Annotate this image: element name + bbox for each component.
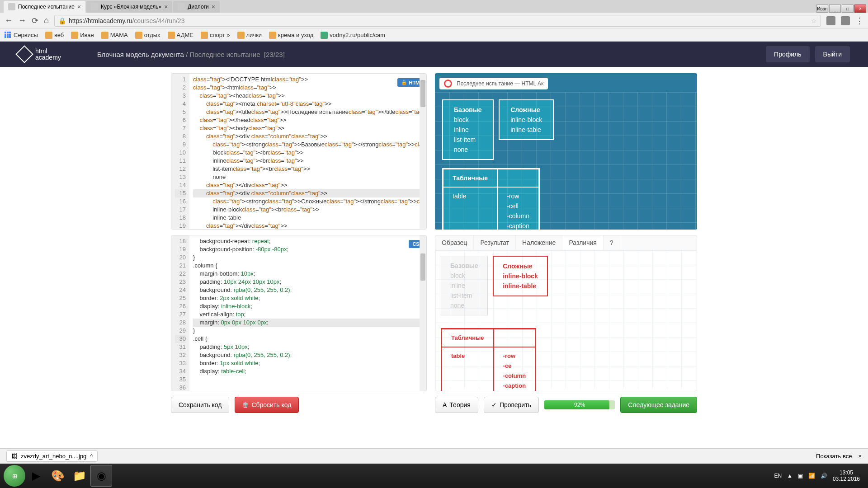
bookmark[interactable]: спорт » bbox=[201, 32, 230, 39]
close-icon[interactable]: × bbox=[858, 453, 862, 460]
preview-title: Последнее испытание — HTML Ак bbox=[457, 80, 543, 87]
trash-icon: 🗑 bbox=[242, 401, 249, 408]
html-editor[interactable]: 🔒HTML 1234567891011121314151617181920212… bbox=[171, 73, 427, 230]
bookmark-label: МАМА bbox=[110, 32, 128, 38]
home-icon[interactable]: ⌂ bbox=[44, 16, 49, 25]
bookmark-label: Сервисы bbox=[14, 32, 38, 38]
preview-table: Табличные table -row -cell -column -capt… bbox=[442, 168, 540, 230]
theory-button[interactable]: AТеория bbox=[435, 397, 478, 413]
preview-box-complex: Сложные inline-block inline-table bbox=[499, 99, 554, 140]
tab-result[interactable]: Результат bbox=[474, 235, 516, 250]
tab-title: Последнее испытание bbox=[18, 4, 75, 10]
code-content[interactable]: background-repeat: repeat; background-po… bbox=[189, 235, 426, 391]
right-button-row: AТеория ✓Проверить 92% Следующее задание bbox=[435, 397, 697, 413]
bookmark-label: лички bbox=[246, 32, 262, 38]
browser-tab-1[interactable]: Курс «Блочная модель»× bbox=[86, 1, 172, 13]
compare-body: Базовые block inline list-item none Слож… bbox=[435, 250, 697, 389]
close-icon[interactable]: × bbox=[77, 3, 81, 10]
clock[interactable]: 13:05 03.12.2016 bbox=[833, 469, 860, 483]
taskbar-paint-icon[interactable]: 🎨 bbox=[47, 465, 69, 487]
bookmark[interactable]: лички bbox=[237, 32, 262, 39]
close-icon[interactable]: × bbox=[212, 3, 215, 10]
progress-value: 92% bbox=[544, 400, 615, 409]
reload-icon[interactable]: ⟳ bbox=[32, 16, 38, 26]
tray-action-icon[interactable]: ▣ bbox=[798, 473, 803, 479]
bookmark[interactable]: крема и уход bbox=[269, 32, 313, 39]
diff-box: Сложные inline-block inline-table bbox=[493, 256, 548, 296]
back-icon[interactable]: ← bbox=[5, 16, 13, 25]
profile-button[interactable]: Профиль bbox=[766, 46, 809, 62]
logo-text: htmlacademy bbox=[35, 48, 61, 61]
forward-icon[interactable]: → bbox=[18, 16, 26, 25]
address-bar: ← → ⟳ ⌂ 🔒 https://htmlacademy.ru/courses… bbox=[0, 13, 868, 29]
taskbar-chrome-icon[interactable]: ◉ bbox=[90, 465, 112, 487]
tab-title: Диалоги bbox=[188, 4, 208, 10]
extension-icon[interactable] bbox=[826, 16, 835, 25]
line-gutter: 1819202122232425262728293031323334353637… bbox=[171, 235, 189, 391]
bookmark[interactable]: веб bbox=[45, 32, 64, 39]
bookmark[interactable]: АДМЕ bbox=[168, 32, 193, 39]
tab-overlay[interactable]: Наложение bbox=[516, 235, 562, 250]
url-input[interactable]: 🔒 https://htmlacademy.ru/courses/44/run/… bbox=[54, 15, 821, 27]
check-button[interactable]: ✓Проверить bbox=[484, 397, 539, 413]
minimize-button[interactable]: _ bbox=[829, 5, 841, 13]
ghost-box: Базовые block inline list-item none bbox=[441, 256, 488, 315]
star-icon[interactable]: ☆ bbox=[811, 17, 817, 24]
line-gutter: 1234567891011121314151617181920212223242… bbox=[171, 74, 189, 229]
show-all-downloads[interactable]: Показать все bbox=[816, 453, 852, 460]
menu-icon[interactable]: ⋮ bbox=[855, 16, 863, 26]
bookmark[interactable]: Иван bbox=[71, 32, 94, 39]
tab-sample[interactable]: Образец bbox=[435, 235, 474, 250]
maximize-button[interactable]: □ bbox=[842, 5, 854, 13]
bookmark-label: веб bbox=[54, 32, 64, 38]
logo[interactable]: htmlacademy bbox=[18, 48, 61, 61]
logout-button[interactable]: Выйти bbox=[815, 46, 850, 62]
taskbar-explorer-icon[interactable]: 📁 bbox=[69, 465, 90, 487]
favicon-icon bbox=[91, 3, 98, 10]
apps-button[interactable]: Сервисы bbox=[5, 32, 38, 39]
browser-tab-0[interactable]: Последнее испытание× bbox=[4, 1, 85, 13]
tray-volume-icon[interactable]: 🔊 bbox=[821, 473, 827, 479]
reset-button[interactable]: 🗑Сбросить код bbox=[235, 397, 299, 413]
favicon-icon bbox=[178, 3, 185, 10]
check-icon: ✓ bbox=[491, 401, 497, 408]
scrollbar[interactable] bbox=[420, 235, 426, 391]
bookmark-label: отдых bbox=[144, 32, 160, 38]
tray-flag-icon[interactable]: ▲ bbox=[787, 473, 793, 479]
bookmark[interactable]: отдых bbox=[135, 32, 160, 39]
bookmark-label: спорт » bbox=[210, 32, 230, 38]
scrollbar[interactable] bbox=[420, 74, 426, 229]
download-item[interactable]: 🖼 zvezdy_art_nebo_n....jpg ^ bbox=[6, 450, 98, 462]
save-button[interactable]: Сохранить код bbox=[171, 397, 229, 413]
font-icon: A bbox=[443, 401, 447, 408]
left-button-row: Сохранить код 🗑Сбросить код bbox=[171, 397, 427, 413]
progress-bar: 92% bbox=[544, 400, 615, 409]
css-editor[interactable]: CSS 181920212223242526272829303132333435… bbox=[171, 235, 427, 391]
system-tray: EN ▲ ▣ 📶 🔊 13:05 03.12.2016 bbox=[774, 469, 864, 483]
preview-panel: Последнее испытание — HTML Ак Базовые bl… bbox=[435, 73, 697, 230]
close-window-button[interactable]: × bbox=[854, 5, 866, 13]
bookmark[interactable]: МАМА bbox=[101, 32, 128, 39]
close-icon[interactable]: × bbox=[164, 3, 168, 10]
blueprint-area: Базовые block inline list-item none Слож… bbox=[435, 92, 697, 230]
bookmark[interactable]: vodny2.ru/public/cam bbox=[321, 32, 385, 39]
tray-network-icon[interactable]: 📶 bbox=[808, 473, 815, 479]
preview-tab: Последнее испытание — HTML Ак bbox=[439, 78, 548, 89]
start-button[interactable]: ⊞ bbox=[4, 465, 25, 487]
code-content[interactable]: class="tag"><!DOCTYPE htmlclass="tag">>c… bbox=[189, 74, 426, 229]
language-indicator[interactable]: EN bbox=[774, 473, 782, 479]
user-badge[interactable]: Иван bbox=[816, 5, 828, 13]
chevron-up-icon[interactable]: ^ bbox=[90, 453, 93, 460]
tab-diff[interactable]: Различия bbox=[562, 235, 603, 250]
breadcrumb: Блочная модель документа / Последнее исп… bbox=[97, 51, 285, 58]
extension-icon[interactable] bbox=[841, 16, 850, 25]
favicon-icon bbox=[8, 3, 15, 10]
compare-tabs: Образец Результат Наложение Различия ? bbox=[435, 235, 697, 250]
logo-icon bbox=[15, 45, 33, 63]
tab-help[interactable]: ? bbox=[604, 235, 620, 250]
taskbar-media-icon[interactable]: ▶ bbox=[25, 465, 47, 487]
url-host: https://htmlacademy.ru bbox=[69, 17, 132, 24]
taskbar: ⊞ ▶ 🎨 📁 ◉ EN ▲ ▣ 📶 🔊 13:05 03.12.2016 bbox=[0, 464, 868, 488]
browser-tab-2[interactable]: Диалоги× bbox=[173, 1, 220, 13]
next-task-button[interactable]: Следующее задание bbox=[620, 397, 697, 413]
